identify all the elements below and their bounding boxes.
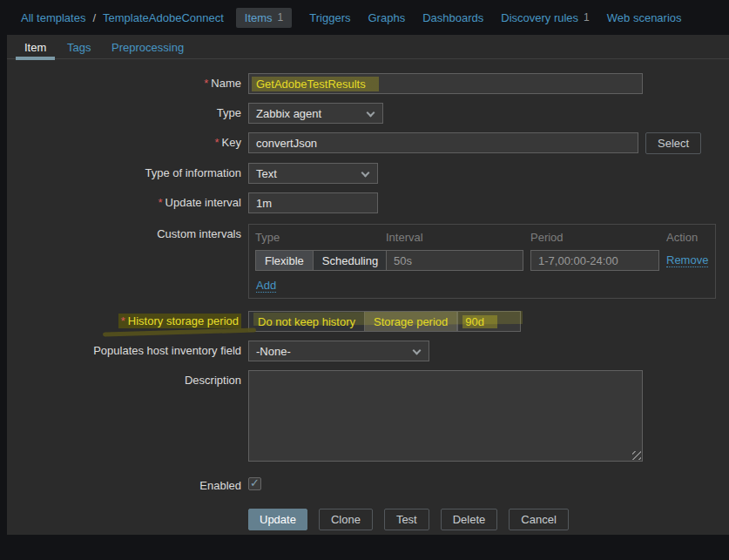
add-link[interactable]: Add (256, 280, 276, 293)
update-button[interactable]: Update (248, 509, 307, 530)
tab-preprocessing[interactable]: Preprocessing (103, 35, 192, 59)
column-action: Action (666, 231, 709, 244)
key-row: *Key Select (7, 132, 729, 154)
key-input[interactable] (248, 132, 638, 153)
update-interval-row: *Update interval (7, 192, 729, 213)
do-not-keep-history-option[interactable]: Do not keep history (249, 312, 365, 331)
inventory-field-row: Populates host inventory field -None- (7, 341, 729, 361)
required-marker: * (121, 314, 125, 327)
item-form-panel: Item Tags Preprocessing *Name Type Zabbi… (7, 35, 729, 535)
chevron-down-icon (361, 169, 370, 178)
column-period: Period (530, 231, 666, 244)
history-segmented: Do not keep history Storage period (248, 311, 457, 332)
type-label: Type (7, 103, 248, 124)
type-select[interactable]: Zabbix agent (248, 103, 383, 124)
delete-button[interactable]: Delete (441, 509, 498, 530)
type-of-information-value: Text (256, 167, 277, 180)
item-form: *Name Type Zabbix agent *Key Sele (7, 59, 729, 530)
breadcrumb-all-templates[interactable]: All templates (21, 11, 85, 24)
resize-handle[interactable] (632, 451, 641, 460)
breadcrumb-separator: / (92, 11, 96, 24)
nav-tab-triggers[interactable]: Triggers (309, 11, 350, 24)
nav-tabs: Items 1 Triggers Graphs Dashboards Disco… (236, 8, 682, 28)
history-period-input[interactable] (457, 311, 521, 332)
type-of-information-select[interactable]: Text (248, 163, 378, 184)
key-select-button[interactable]: Select (645, 132, 701, 154)
nav-tab-items-label: Items (245, 11, 273, 24)
type-of-information-label: Type of information (7, 163, 248, 184)
update-interval-label: *Update interval (7, 192, 248, 213)
inventory-field-value: -None- (256, 345, 291, 358)
form-tabs: Item Tags Preprocessing (7, 35, 729, 59)
description-row: Description (7, 370, 729, 462)
chevron-down-icon (413, 347, 422, 355)
enabled-label: Enabled (7, 476, 248, 492)
description-label: Description (7, 370, 248, 462)
nav-tab-graphs[interactable]: Graphs (368, 11, 406, 24)
required-marker: * (204, 77, 208, 90)
cancel-button[interactable]: Cancel (509, 509, 568, 530)
name-row: *Name (7, 73, 729, 94)
chevron-down-icon (367, 109, 375, 118)
nav-tab-items-count: 1 (278, 11, 284, 24)
name-input[interactable] (248, 73, 643, 94)
storage-period-option[interactable]: Storage period (365, 312, 456, 331)
key-label: *Key (7, 132, 248, 154)
clone-button[interactable]: Clone (319, 509, 373, 530)
update-interval-input[interactable] (248, 192, 378, 213)
breadcrumb: All templates / TemplateAdobeConnect (21, 11, 224, 24)
interval-input[interactable] (386, 250, 523, 271)
custom-interval-row: Flexible Scheduling Remove (255, 250, 709, 271)
description-textarea[interactable] (248, 370, 643, 462)
nav-tab-discovery-rules[interactable]: Discovery rules 1 (501, 11, 590, 24)
column-interval: Interval (386, 231, 530, 244)
required-marker: * (158, 196, 162, 209)
type-of-information-row: Type of information Text (7, 163, 729, 184)
nav-tab-discovery-count: 1 (584, 11, 590, 24)
inventory-field-select[interactable]: -None- (248, 341, 429, 361)
nav-tab-dashboards[interactable]: Dashboards (422, 11, 483, 24)
breadcrumb-template-name[interactable]: TemplateAdobeConnect (103, 11, 224, 24)
remove-link[interactable]: Remove (666, 254, 708, 267)
interval-type-segmented: Flexible Scheduling (255, 250, 386, 271)
custom-intervals-label: Custom intervals (7, 224, 248, 299)
type-select-value: Zabbix agent (256, 107, 321, 120)
custom-intervals-box: Type Interval Period Action Flexible Sch… (248, 224, 716, 299)
custom-intervals-header: Type Interval Period Action (255, 231, 709, 244)
nav-tab-items[interactable]: Items 1 (236, 8, 292, 28)
required-marker: * (215, 136, 219, 149)
scheduling-option[interactable]: Scheduling (314, 251, 387, 270)
footer-buttons-row: Update Clone Test Delete Cancel (7, 505, 729, 530)
top-navigation: All templates / TemplateAdobeConnect Ite… (0, 0, 729, 35)
column-type: Type (255, 231, 386, 244)
nav-tab-web-scenarios[interactable]: Web scenarios (607, 11, 682, 24)
history-storage-period-row: *History storage period Do not keep hist… (7, 311, 729, 332)
test-button[interactable]: Test (384, 509, 429, 530)
name-label: *Name (7, 73, 248, 94)
type-row: Type Zabbix agent (7, 103, 729, 124)
inventory-field-label: Populates host inventory field (7, 341, 248, 361)
tab-item[interactable]: Item (16, 35, 55, 59)
custom-intervals-row: Custom intervals Type Interval Period Ac… (7, 224, 729, 299)
enabled-checkbox[interactable] (248, 477, 261, 490)
flexible-option[interactable]: Flexible (256, 251, 314, 270)
nav-tab-discovery-label: Discovery rules (501, 11, 578, 24)
enabled-row: Enabled (7, 476, 729, 492)
period-input[interactable] (530, 250, 659, 271)
tab-tags[interactable]: Tags (58, 35, 99, 59)
